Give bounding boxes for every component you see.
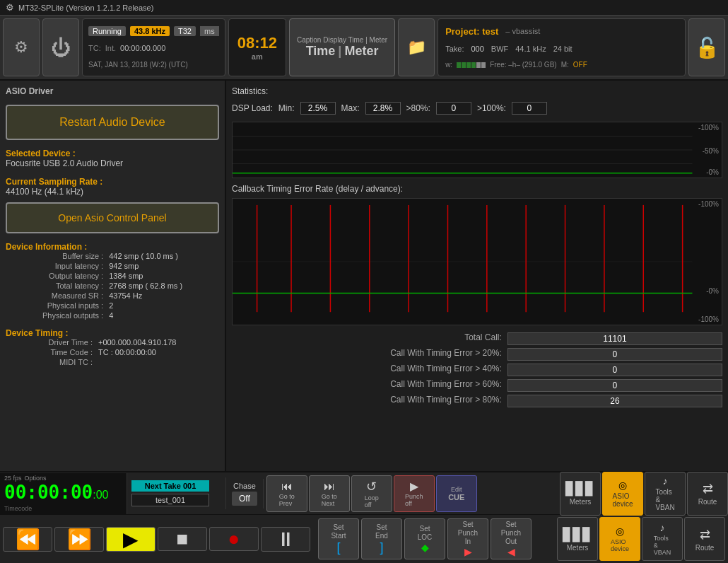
meters-label: Meters — [570, 498, 592, 506]
loop-off-button[interactable]: ↺ Loopoff — [351, 475, 392, 512]
rewind-button[interactable]: ⏪ — [3, 527, 52, 552]
sampling-rate-value: 44100 Hz (44.1 kHz) — [6, 187, 219, 197]
chart-label-zero: -0% — [706, 168, 719, 176]
tools2-label: Tools&VBAN — [654, 535, 671, 556]
power-icon: ⏻ — [51, 36, 71, 59]
callback-chart: -100% -0% -100% — [232, 198, 722, 325]
set-loc-button[interactable]: Set LOC ◆ — [404, 518, 445, 559]
timecode-frames: :00 — [93, 489, 108, 501]
stats-value: 0 — [507, 379, 722, 392]
chase-label: Chase — [233, 482, 256, 490]
stats-value: 26 — [507, 395, 722, 407]
folder-button[interactable]: 📁 — [398, 18, 435, 76]
m-label: M: — [561, 61, 569, 69]
next-take-name-input[interactable] — [131, 494, 209, 506]
asio-device-button[interactable]: ◎ ASIOdevice — [602, 472, 643, 516]
device-info-label: Total latency : — [6, 282, 103, 290]
set-punch-out-label3: Out — [505, 538, 517, 545]
next-take-input[interactable] — [131, 480, 209, 492]
punch-label: Punchoff — [405, 493, 423, 507]
device-info-value: 2 — [109, 301, 219, 310]
set-end-button[interactable]: Set End ] — [361, 518, 402, 559]
device-timing-section: Device Timing : Driver Time :+000.000.00… — [6, 325, 219, 366]
set-loc-label2: LOC — [418, 533, 433, 541]
chart-label-top: -100% — [698, 124, 719, 132]
route-button[interactable]: ⇄ Route — [687, 472, 728, 516]
bottom-section: 25 fps Options 00:00:00 :00 Timecode Cha… — [0, 471, 728, 563]
asio-label: ASIOdevice — [613, 492, 633, 508]
go-prev-button[interactable]: ⏮ Go toPrev — [266, 475, 307, 512]
set-punch-out-button[interactable]: Set Punch Out ◀ — [491, 518, 532, 559]
set-loc-icon: ◆ — [421, 542, 429, 553]
open-asio-button[interactable]: Open Asio Control Panel — [6, 202, 219, 233]
set-start-button[interactable]: Set Start [ — [318, 518, 359, 559]
timecode-display: 25 fps Options 00:00:00 :00 Timecode — [0, 473, 127, 514]
meters-btn2[interactable]: ▊▊▊ Meters — [557, 517, 598, 561]
set-punch-in-button[interactable]: Set Punch In ▶ — [447, 518, 488, 559]
set-start-label2: Start — [331, 532, 346, 540]
device-info-section: Device Information : Buffer size :442 sm… — [6, 239, 219, 320]
meters2-icon: ▊▊▊ — [563, 527, 592, 542]
set-punch-out-label2: Punch — [501, 529, 521, 537]
lock-button[interactable]: 🔓 — [688, 18, 725, 76]
settings-button[interactable]: ⚙ — [3, 18, 40, 76]
bwf-label: BWF — [491, 45, 508, 53]
app-icon: ⚙ — [6, 2, 14, 13]
route-label: Route — [698, 498, 717, 506]
clock-panel: 08:12 am — [228, 18, 286, 76]
running-status: Running — [88, 26, 126, 36]
route-btn2[interactable]: ⇄ Route — [684, 517, 725, 561]
set-loc-label: Set — [419, 525, 430, 533]
device-timing-label: MIDI TC : — [6, 358, 93, 366]
tools2-icon: ♪ — [660, 522, 665, 533]
timecode-time: 00:00:00 — [4, 482, 93, 503]
chase-section: Chase Off — [226, 479, 264, 509]
tc-type: Int. — [105, 44, 116, 52]
row2-right-buttons: ▊▊▊ Meters ◎ ASIOdevice ♪ Tools&VBAN ⇄ R… — [557, 517, 725, 561]
project-name: Project: test — [445, 26, 498, 37]
punch-off-button[interactable]: ▶ Punchoff — [394, 475, 435, 512]
asio-btn2[interactable]: ◎ ASIOdevice — [599, 517, 640, 561]
record-button[interactable]: ● — [209, 527, 259, 551]
main-content: ASIO Driver Restart Audio Device Selecte… — [0, 81, 728, 471]
cb-label-zero: -0% — [706, 287, 719, 295]
transport-row2: ⏪ ⏩ ▶ ■ ● ⏸ Set Start [ Set End ] Set LO… — [0, 515, 728, 563]
stats-value: 11101 — [507, 332, 722, 345]
tools-vban-button[interactable]: ♪ Tools&VBAN — [645, 472, 686, 516]
power-button[interactable]: ⏻ — [42, 18, 79, 76]
edit-cue-button[interactable]: Edit CUE — [436, 475, 477, 512]
dsp-gt80-val: 0 — [436, 102, 471, 115]
caption-separator: | — [338, 44, 341, 59]
chase-off-button[interactable]: Off — [232, 492, 257, 506]
play-button[interactable]: ▶ — [106, 527, 155, 552]
clock-ampm: am — [237, 52, 277, 61]
caption-panel[interactable]: Caption Display Time | Meter Time | Mete… — [289, 18, 395, 76]
set-punch-in-icon: ▶ — [464, 546, 472, 557]
take-label: Take: — [445, 45, 464, 53]
pause-button[interactable]: ⏸ — [261, 527, 310, 552]
dsp-gt100-label: >100%: — [477, 103, 506, 113]
go-next-button[interactable]: ⏭ Go toNext — [309, 475, 350, 512]
bits-value: 24 bit — [553, 45, 573, 53]
fast-forward-button[interactable]: ⏩ — [54, 527, 104, 552]
restart-audio-button[interactable]: Restart Audio Device — [6, 105, 219, 140]
tc-value: 00:00:00.000 — [120, 44, 165, 52]
stats-label: Call With Timing Error > 20%: — [232, 348, 502, 361]
folder-icon: 📁 — [407, 38, 426, 57]
status-panel: Running 43.8 kHz T32 ms TC: Int. 00:00:0… — [82, 18, 225, 76]
tools-btn2[interactable]: ♪ Tools&VBAN — [642, 517, 683, 561]
meters-button[interactable]: ▊▊▊ Meters — [560, 472, 601, 516]
loop-icon: ↺ — [366, 479, 377, 494]
stats-table: Total Call:11101Call With Timing Error >… — [232, 332, 722, 407]
next-take-section — [127, 477, 226, 509]
stats-label: Call With Timing Error > 80%: — [232, 395, 502, 407]
stop-button[interactable]: ■ — [158, 527, 207, 551]
tools-icon: ♪ — [663, 475, 668, 487]
sample-freq: 43.8 kHz — [130, 26, 170, 36]
meters2-label: Meters — [567, 544, 589, 552]
asio-driver-label: ASIO Driver — [6, 86, 219, 96]
route2-label: Route — [695, 544, 715, 552]
set-end-label: Set — [376, 523, 387, 531]
caption-meter[interactable]: Meter — [344, 44, 378, 59]
caption-time[interactable]: Time — [306, 44, 336, 59]
